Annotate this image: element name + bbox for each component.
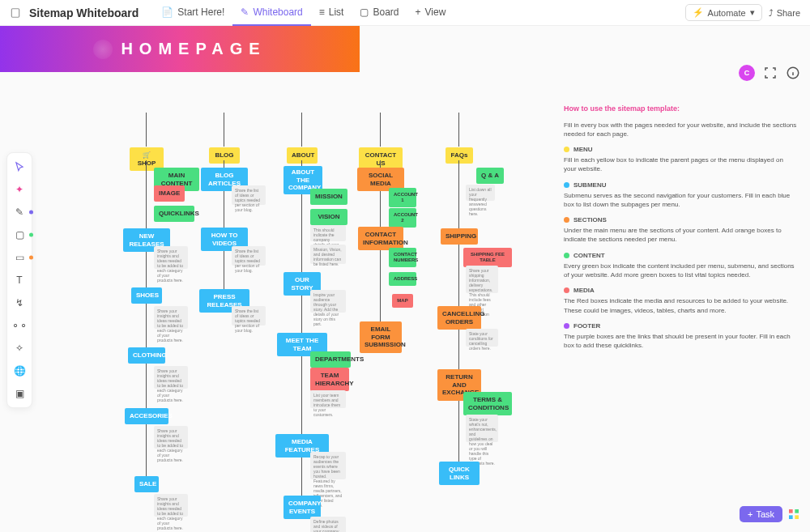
help-sections-title: SECTIONS bbox=[564, 215, 797, 224]
note[interactable]: Share the list of ideas or topics needed… bbox=[232, 306, 266, 326]
note[interactable]: Share the list of ideas or topics needed… bbox=[232, 246, 266, 266]
help-submenu: Submenu serves as the second navigation … bbox=[564, 191, 797, 209]
node-email-form[interactable]: EMAIL FORM SUBMISSION bbox=[360, 321, 402, 353]
board-icon: ▢ bbox=[360, 6, 369, 18]
whiteboard-canvas[interactable]: ✦ ✎ ▢ ▭ T ↯ ⚬⚬ ✧ 🌐 ▣ C +Task HOMEPAGE 🛒 … bbox=[0, 26, 810, 532]
node-quicklinks-faq[interactable]: QUICK LINKS bbox=[439, 462, 480, 485]
help-content: Every green box indicate the content inc… bbox=[564, 262, 797, 279]
connector bbox=[224, 113, 224, 147]
node-qa[interactable]: Q & A bbox=[476, 168, 504, 184]
share-button[interactable]: ⤴ Share bbox=[769, 8, 800, 18]
node-sale[interactable]: SALE bbox=[134, 476, 159, 492]
note[interactable]: Define photos and videos of your company… bbox=[310, 517, 346, 532]
help-submenu-title: SUBMENU bbox=[564, 181, 797, 189]
node-homepage[interactable]: HOMEPAGE bbox=[0, 26, 360, 72]
connector bbox=[146, 113, 147, 147]
note[interactable]: Recap to your audiences the events where… bbox=[310, 452, 346, 479]
note[interactable]: Share your insights and ideas needed to … bbox=[154, 366, 188, 389]
tool-shape[interactable]: ▢ bbox=[11, 226, 28, 244]
help-menu: Fill in each yellow box to indicate the … bbox=[564, 155, 797, 173]
tool-generate[interactable]: ✦ bbox=[11, 181, 28, 198]
node-blog[interactable]: BLOG bbox=[209, 147, 240, 164]
svg-rect-2 bbox=[789, 509, 793, 513]
help-title: How to use the sitemap template: bbox=[564, 104, 797, 114]
node-clothing[interactable]: CLOTHING bbox=[128, 347, 165, 364]
top-right-controls: C bbox=[739, 65, 800, 81]
node-shipping[interactable]: SHIPPING bbox=[441, 228, 478, 245]
info-icon[interactable] bbox=[786, 66, 800, 80]
note[interactable]: Share your insights and ideas needed to … bbox=[154, 246, 188, 269]
header-right: ⚡ Automate ▾ ⤴ Share bbox=[685, 4, 800, 21]
tab-add-view[interactable]: +View bbox=[407, 0, 454, 26]
node-address[interactable]: ADDRESS bbox=[389, 272, 416, 286]
node-team-hierarchy[interactable]: TEAM HIERARCHY bbox=[310, 368, 349, 391]
fit-icon[interactable] bbox=[763, 66, 778, 80]
help-footer-title: FOOTER bbox=[564, 321, 797, 330]
note[interactable]: State your conditions for cancelling ord… bbox=[466, 329, 498, 347]
node-cancelling[interactable]: CANCELLING ORDERS bbox=[437, 306, 481, 330]
pencil-icon: ✎ bbox=[241, 6, 249, 18]
help-footer: The purple boxes are the links that shou… bbox=[564, 332, 797, 350]
node-about[interactable]: ABOUT bbox=[287, 147, 318, 164]
automate-button[interactable]: ⚡ Automate ▾ bbox=[685, 4, 762, 21]
chevron-down-icon: ▾ bbox=[750, 7, 755, 18]
note[interactable]: Share the list of ideas or topics needed… bbox=[232, 185, 266, 205]
tab-start-here[interactable]: 📄Start Here! bbox=[153, 0, 232, 26]
node-acc2[interactable]: ACCOUNT 2 bbox=[389, 208, 416, 228]
node-company-events[interactable]: COMPANY EVENTS bbox=[284, 496, 321, 519]
tool-connector[interactable]: ↯ bbox=[11, 294, 28, 312]
tool-web[interactable]: 🌐 bbox=[11, 362, 28, 380]
tab-board[interactable]: ▢Board bbox=[352, 0, 407, 26]
doc-icon bbox=[10, 7, 21, 19]
node-faqs[interactable]: FAQs bbox=[446, 147, 473, 164]
note[interactable]: Share your insights and ideas needed to … bbox=[154, 306, 188, 329]
node-shoes[interactable]: SHOES bbox=[131, 287, 162, 304]
node-contact-numbers[interactable]: CONTACT NUMBERS bbox=[389, 248, 416, 267]
tool-relations[interactable]: ⚬⚬ bbox=[11, 317, 28, 334]
tool-image[interactable]: ▣ bbox=[11, 385, 28, 402]
tool-pen[interactable]: ✎ bbox=[11, 203, 28, 221]
note[interactable]: Share your insights and ideas needed to … bbox=[154, 426, 188, 449]
apps-icon[interactable] bbox=[787, 508, 800, 521]
node-departments[interactable]: DEPARTMENTS bbox=[310, 351, 351, 368]
header-left: Sitemap Whiteboard 📄Start Here! ✎Whitebo… bbox=[10, 0, 454, 26]
help-media: The Red boxes indicate the media and res… bbox=[564, 296, 797, 314]
node-terms[interactable]: TERMS & CONDITIONS bbox=[463, 392, 512, 415]
node-fee-table[interactable]: SHIPPING FEE TABLE bbox=[463, 248, 512, 267]
note[interactable]: Share your insights and ideas needed to … bbox=[154, 494, 188, 517]
help-intro: Fill in every box with the pages needed … bbox=[564, 121, 797, 138]
connector bbox=[146, 160, 147, 486]
node-vision[interactable]: VISION bbox=[310, 209, 347, 225]
tab-whiteboard[interactable]: ✎Whiteboard bbox=[232, 0, 310, 26]
tab-list[interactable]: ≡List bbox=[311, 0, 352, 26]
list-icon: ≡ bbox=[319, 6, 325, 18]
tool-text[interactable]: T bbox=[11, 271, 28, 289]
note[interactable]: List your team members and introduce the… bbox=[310, 390, 346, 408]
tool-ai[interactable]: ✧ bbox=[11, 339, 28, 357]
logo-icon bbox=[93, 40, 113, 59]
note[interactable]: State your what's not, enhancements, and… bbox=[466, 415, 498, 442]
node-acc1[interactable]: ACCOUNT 1 bbox=[389, 188, 416, 207]
node-map[interactable]: MAP bbox=[392, 294, 413, 308]
node-contact-info[interactable]: CONTACT INFORMATION bbox=[358, 227, 403, 250]
node-mission[interactable]: MISSION bbox=[310, 189, 347, 205]
note[interactable]: List down all your frequently answered q… bbox=[466, 185, 495, 201]
node-quicklinks[interactable]: QUICKLINKS bbox=[154, 206, 194, 222]
note[interactable]: Inspire your audience through your story… bbox=[310, 290, 346, 313]
avatar[interactable]: C bbox=[739, 65, 755, 81]
note[interactable]: Share your shipping information, deliver… bbox=[466, 266, 498, 293]
tool-sticky[interactable]: ▭ bbox=[11, 249, 28, 266]
note[interactable]: This should indicate the company details… bbox=[310, 225, 346, 241]
svg-rect-0 bbox=[11, 8, 19, 17]
plus-icon: + bbox=[416, 6, 421, 18]
connector bbox=[380, 113, 381, 147]
note[interactable]: Mission, Vision, and desired information… bbox=[310, 245, 346, 264]
node-accessories[interactable]: ACCESORIES bbox=[125, 408, 168, 424]
doc-icon: 📄 bbox=[161, 6, 173, 18]
share-icon: ⤴ bbox=[769, 8, 774, 18]
tool-select[interactable] bbox=[11, 158, 28, 176]
header: Sitemap Whiteboard 📄Start Here! ✎Whitebo… bbox=[0, 0, 810, 26]
node-image[interactable]: IMAGE bbox=[154, 185, 185, 202]
task-button[interactable]: +Task bbox=[740, 506, 782, 522]
help-panel: How to use the sitemap template: Fill in… bbox=[559, 99, 802, 361]
